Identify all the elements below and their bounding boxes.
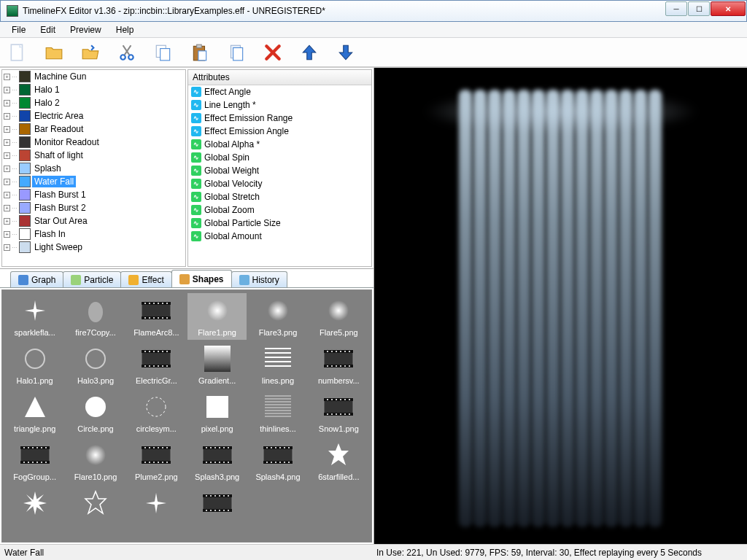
tree-item[interactable]: +⋯Light Sweep	[2, 241, 185, 254]
cut-icon[interactable]	[117, 42, 137, 63]
tab-history[interactable]: History	[231, 271, 287, 287]
attribute-item[interactable]: ∿Effect Angle	[188, 85, 371, 98]
tree-item[interactable]: +⋯Flash In	[2, 228, 185, 241]
shape-thumbnail[interactable]	[5, 486, 64, 524]
menu-preview[interactable]: Preview	[64, 23, 107, 36]
attribute-item[interactable]: ∿Global Amount	[188, 230, 371, 243]
menu-file[interactable]: File	[6, 23, 31, 36]
attribute-item[interactable]: ∿Effect Emission Range	[188, 112, 371, 125]
tree-item[interactable]: +⋯Monitor Readout	[2, 136, 185, 149]
shape-thumbnail[interactable]: circlesym...	[127, 389, 186, 436]
expand-icon[interactable]: +	[4, 192, 10, 198]
tree-item[interactable]: +⋯Shaft of light	[2, 149, 185, 162]
waterfall-effect	[452, 90, 670, 527]
shape-thumbnail[interactable]: Halo3.png	[66, 341, 125, 388]
paste-icon[interactable]	[190, 42, 210, 63]
tree-item[interactable]: +⋯Splash	[2, 162, 185, 175]
expand-icon[interactable]: +	[4, 100, 10, 106]
shape-thumbnail[interactable]: pixel.png	[187, 389, 247, 436]
close-button[interactable]: ✕	[711, 1, 746, 16]
expand-icon[interactable]: +	[4, 205, 10, 211]
expand-icon[interactable]: +	[4, 152, 10, 159]
preview-viewport[interactable]	[374, 68, 747, 544]
shape-label: 6starfilled...	[318, 472, 359, 481]
shape-thumbnail[interactable]: ElectricGr...	[127, 341, 186, 388]
shape-thumbnail[interactable]: sparklefla...	[5, 293, 64, 340]
tree-item[interactable]: +⋯Halo 2	[2, 96, 185, 109]
tab-graph[interactable]: Graph	[10, 271, 63, 287]
shape-thumbnail[interactable]	[187, 486, 247, 524]
tree-item[interactable]: +⋯Machine Gun	[2, 70, 185, 83]
shape-thumbnail[interactable]: FogGroup...	[5, 438, 64, 484]
attribute-item[interactable]: ∿Effect Emission Angle	[188, 125, 371, 138]
shape-thumbnail[interactable]: Flare5.png	[309, 293, 368, 340]
shape-thumbnail[interactable]: Plume2.png	[127, 438, 186, 484]
shape-thumbnail[interactable]: Flare10.png	[66, 438, 125, 484]
open-folder-icon[interactable]	[44, 42, 64, 63]
save-icon[interactable]	[80, 42, 101, 63]
minimize-button[interactable]: ─	[665, 1, 687, 16]
tree-item[interactable]: +⋯Bar Readout	[2, 122, 185, 136]
expand-icon[interactable]: +	[4, 166, 10, 172]
expand-icon[interactable]: +	[4, 139, 10, 146]
expand-icon[interactable]: +	[4, 231, 10, 238]
maximize-button[interactable]: ☐	[688, 1, 710, 16]
shape-thumbnail[interactable]: Flare3.png	[248, 293, 307, 340]
tree-item[interactable]: +⋯Flash Burst 2	[2, 201, 185, 214]
tree-item[interactable]: +⋯Halo 1	[2, 83, 185, 96]
tree-item[interactable]: +⋯Flash Burst 1	[2, 188, 185, 201]
attribute-item[interactable]: ∿Global Zoom	[188, 203, 371, 217]
shapes-panel[interactable]: sparklefla...fire7Copy...FlameArc8...Fla…	[1, 289, 372, 542]
new-file-icon[interactable]	[7, 42, 28, 63]
attribute-item[interactable]: ∿Global Velocity	[188, 177, 371, 190]
tab-effect[interactable]: Effect	[120, 271, 171, 287]
shape-thumbnail[interactable]: numbersv...	[309, 341, 368, 388]
attribute-item[interactable]: ∿Global Particle Size	[188, 217, 371, 230]
shape-thumbnail[interactable]: FlameArc8...	[127, 293, 186, 340]
attribute-item[interactable]: ∿Global Alpha *	[188, 138, 371, 151]
tree-item[interactable]: +⋯Water Fall	[2, 175, 185, 188]
copy-icon[interactable]	[153, 42, 174, 63]
move-down-icon[interactable]	[336, 42, 356, 63]
shape-label: Snow1.png	[319, 424, 359, 433]
shape-thumbnail[interactable]: triangle.png	[5, 389, 64, 436]
expand-icon[interactable]: +	[4, 218, 10, 225]
shape-thumbnail[interactable]: fire7Copy...	[66, 293, 125, 340]
tree-item[interactable]: +⋯Star Out Area	[2, 214, 185, 228]
menu-edit[interactable]: Edit	[34, 23, 61, 36]
effects-tree[interactable]: +⋯Machine Gun+⋯Halo 1+⋯Halo 2+⋯Electric …	[1, 69, 186, 267]
shape-thumbnail[interactable]: Flare1.png	[187, 293, 247, 340]
shape-thumbnail[interactable]: Splash3.png	[187, 438, 247, 484]
shape-thumbnail[interactable]: Snow1.png	[309, 389, 368, 436]
tab-shapes[interactable]: Shapes	[171, 270, 232, 287]
shape-thumbnail[interactable]: 6starfilled...	[309, 438, 368, 484]
delete-icon[interactable]	[263, 42, 283, 63]
attributes-list[interactable]: ∿Effect Angle∿Line Length *∿Effect Emiss…	[188, 85, 371, 266]
shape-thumbnail[interactable]	[66, 486, 125, 524]
expand-icon[interactable]: +	[4, 179, 10, 185]
tab-particle[interactable]: Particle	[63, 271, 121, 287]
move-up-icon[interactable]	[299, 42, 320, 63]
expand-icon[interactable]: +	[4, 87, 10, 93]
shape-thumbnail[interactable]: Gradient...	[187, 341, 247, 388]
expand-icon[interactable]: +	[4, 126, 10, 133]
svg-rect-42	[149, 365, 150, 367]
shape-thumbnail[interactable]: Splash4.png	[248, 438, 307, 484]
duplicate-icon[interactable]	[226, 42, 247, 63]
attribute-item[interactable]: ∿Global Weight	[188, 164, 371, 177]
attribute-item[interactable]: ∿Global Spin	[188, 151, 371, 164]
expand-icon[interactable]: +	[4, 113, 10, 120]
attribute-item[interactable]: ∿Global Stretch	[188, 190, 371, 203]
svg-rect-164	[206, 495, 207, 497]
expand-icon[interactable]: +	[4, 74, 10, 80]
shape-thumbnail[interactable]: thinlines...	[248, 389, 307, 436]
shape-thumbnail[interactable]: Circle.png	[66, 389, 125, 436]
shape-thumbnail[interactable]: Halo1.png	[5, 341, 64, 388]
menu-help[interactable]: Help	[110, 23, 140, 36]
shape-thumbnail[interactable]	[127, 486, 186, 524]
attribute-item[interactable]: ∿Line Length *	[188, 98, 371, 112]
shape-thumbnail[interactable]: lines.png	[248, 341, 307, 388]
tree-item[interactable]: +⋯Electric Area	[2, 109, 185, 122]
expand-icon[interactable]: +	[4, 244, 10, 251]
svg-point-70	[147, 397, 166, 416]
